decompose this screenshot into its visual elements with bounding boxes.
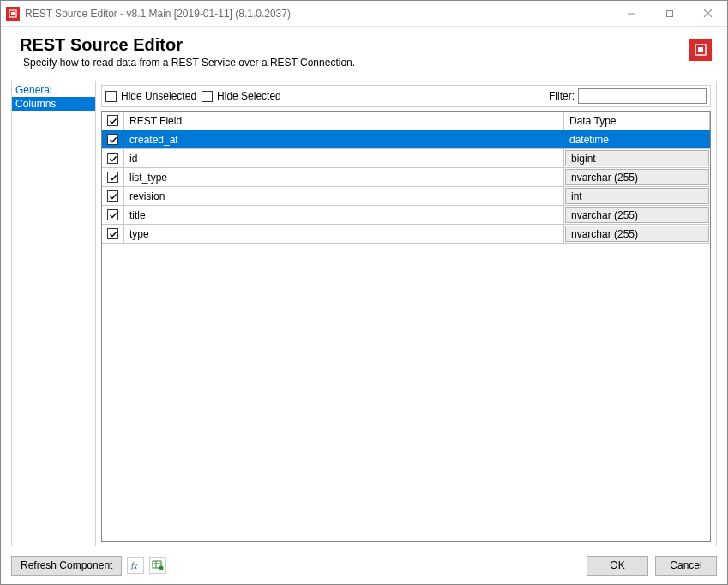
main-body: General Columns Hide Unselected Hide Sel… xyxy=(11,81,717,546)
close-button[interactable] xyxy=(689,1,727,26)
table-row[interactable]: idbigint xyxy=(102,149,710,168)
row-checkbox[interactable] xyxy=(102,130,124,148)
refresh-component-button[interactable]: Refresh Component xyxy=(11,556,122,576)
svg-rect-1 xyxy=(11,12,15,15)
select-all-checkbox[interactable] xyxy=(102,112,124,130)
table-row[interactable]: created_atdatetime xyxy=(102,130,710,149)
row-data-type[interactable]: datetime xyxy=(564,130,710,148)
row-data-type[interactable]: nvarchar (255) xyxy=(565,226,709,242)
row-checkbox[interactable] xyxy=(102,225,124,243)
maximize-button[interactable] xyxy=(650,1,689,26)
checkbox-icon xyxy=(202,91,213,102)
filter-label: Filter: xyxy=(549,90,575,102)
ok-button[interactable]: OK xyxy=(587,556,648,576)
svg-rect-7 xyxy=(698,47,703,52)
component-icon xyxy=(689,39,712,61)
row-field-name: id xyxy=(124,149,564,167)
expression-button[interactable]: fx xyxy=(127,557,144,574)
row-data-type[interactable]: bigint xyxy=(565,150,709,166)
page-title: REST Source Editor xyxy=(20,35,689,55)
grid-toolbar: Hide Unselected Hide Selected Filter: xyxy=(101,85,711,107)
sidebar-item-general[interactable]: General xyxy=(12,83,95,97)
header: REST Source Editor Specify how to read d… xyxy=(1,27,727,81)
window-controls xyxy=(611,1,727,26)
table-row[interactable]: typenvarchar (255) xyxy=(102,225,710,244)
app-icon xyxy=(6,7,20,21)
minimize-button[interactable] xyxy=(611,1,650,26)
page-subtitle: Specify how to read data from a REST Ser… xyxy=(20,57,689,69)
content-area: Hide Unselected Hide Selected Filter: RE… xyxy=(96,81,716,546)
header-rest-field[interactable]: REST Field xyxy=(124,112,564,130)
row-data-type[interactable]: nvarchar (255) xyxy=(565,169,709,185)
titlebar: REST Source Editor - v8.1 Main [2019-01-… xyxy=(1,1,727,27)
row-data-type[interactable]: nvarchar (255) xyxy=(565,207,709,223)
svg-point-12 xyxy=(159,566,164,570)
filter-input[interactable] xyxy=(578,88,707,104)
grid-header-row: REST Field Data Type xyxy=(102,112,710,130)
svg-rect-3 xyxy=(666,10,672,16)
sidebar: General Columns xyxy=(12,81,96,546)
row-checkbox[interactable] xyxy=(102,168,124,186)
hide-selected-checkbox[interactable]: Hide Selected xyxy=(202,90,281,102)
svg-text:fx: fx xyxy=(131,561,138,570)
hide-unselected-label: Hide Unselected xyxy=(121,90,196,102)
row-checkbox[interactable] xyxy=(102,187,124,205)
columns-grid: REST Field Data Type created_atdatetimei… xyxy=(101,111,711,542)
row-field-name: created_at xyxy=(124,130,564,148)
checkbox-icon xyxy=(105,91,117,102)
window-title: REST Source Editor - v8.1 Main [2019-01-… xyxy=(25,8,611,20)
table-mapping-button[interactable] xyxy=(149,557,166,574)
cancel-button[interactable]: Cancel xyxy=(655,556,717,576)
grid-empty-area xyxy=(102,244,710,541)
toolbar-separator xyxy=(292,87,292,105)
table-row[interactable]: titlenvarchar (255) xyxy=(102,206,710,225)
table-row[interactable]: revisionint xyxy=(102,187,710,206)
row-field-name: list_type xyxy=(124,168,564,186)
table-row[interactable]: list_typenvarchar (255) xyxy=(102,168,710,187)
hide-unselected-checkbox[interactable]: Hide Unselected xyxy=(105,90,196,102)
header-data-type[interactable]: Data Type xyxy=(564,112,710,130)
hide-selected-label: Hide Selected xyxy=(217,90,281,102)
row-field-name: revision xyxy=(124,187,564,205)
row-checkbox[interactable] xyxy=(102,149,124,167)
row-checkbox[interactable] xyxy=(102,206,124,224)
row-data-type[interactable]: int xyxy=(565,188,709,204)
sidebar-item-columns[interactable]: Columns xyxy=(12,97,95,111)
footer: Refresh Component fx OK Cancel xyxy=(1,546,727,584)
row-field-name: type xyxy=(124,225,564,243)
row-field-name: title xyxy=(124,206,564,224)
